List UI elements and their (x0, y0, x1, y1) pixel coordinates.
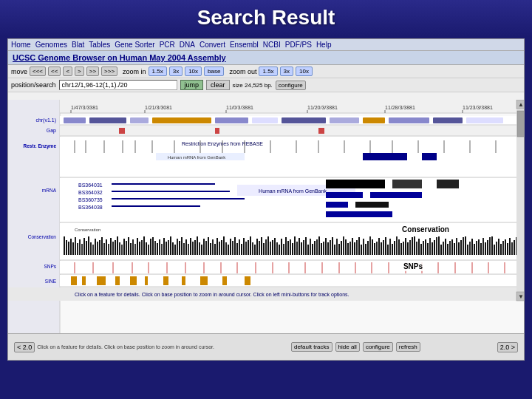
svg-rect-79 (326, 180, 385, 188)
position-search-label: position/search (11, 81, 56, 89)
svg-text:BS364031: BS364031 (78, 183, 103, 188)
configure-bottom-button[interactable]: configure (363, 342, 393, 352)
svg-rect-226 (363, 239, 364, 255)
move-right1[interactable]: > (75, 66, 84, 76)
move-right2[interactable]: >> (86, 66, 99, 76)
svg-rect-241 (396, 236, 398, 255)
position-input[interactable] (59, 80, 177, 90)
svg-text:Gap: Gap (47, 128, 56, 134)
nav-pdfps[interactable]: PDF/PS (285, 41, 312, 49)
svg-rect-292 (509, 238, 511, 255)
svg-rect-193 (290, 239, 291, 255)
configure-button[interactable]: configure (276, 81, 306, 90)
nav-help[interactable]: Help (316, 41, 332, 49)
svg-rect-139 (170, 236, 171, 255)
svg-rect-116 (119, 242, 120, 255)
svg-rect-136 (163, 238, 165, 255)
svg-rect-290 (505, 239, 506, 255)
svg-rect-339 (182, 276, 185, 285)
svg-rect-132 (154, 241, 156, 255)
svg-rect-333 (82, 276, 86, 285)
nav-dna[interactable]: DNA (180, 41, 195, 49)
svg-rect-143 (179, 241, 180, 255)
browser-bottom-bar: < 2.0 Click on a feature for details. Cl… (8, 333, 524, 360)
move-start-button[interactable]: < 2.0 (14, 342, 35, 352)
svg-rect-172 (243, 238, 245, 255)
hide-all-button[interactable]: hide all (335, 342, 360, 352)
svg-rect-263 (445, 239, 446, 255)
svg-text:▲: ▲ (518, 101, 524, 108)
bottom-right-controls: 2.0 > (497, 342, 518, 352)
svg-rect-192 (287, 241, 289, 255)
svg-text:Conservation: Conservation (28, 234, 57, 239)
nav-ncbi[interactable]: NCBI (263, 41, 281, 49)
svg-rect-202 (310, 239, 311, 255)
zoom-out-3x[interactable]: 3x (280, 66, 293, 76)
page-title: Search Result (197, 6, 335, 29)
svg-rect-217 (343, 236, 344, 255)
svg-rect-162 (221, 240, 222, 255)
svg-rect-251 (418, 239, 420, 255)
svg-rect-274 (469, 242, 471, 255)
move-far-right[interactable]: >>> (101, 66, 117, 76)
svg-rect-22 (130, 117, 149, 123)
refresh-button[interactable]: refresh (396, 342, 420, 352)
default-tracks-button[interactable]: default tracks (291, 342, 332, 352)
svg-rect-256 (429, 238, 431, 255)
nav-tables[interactable]: Tables (89, 41, 110, 49)
zoom-out-10x[interactable]: 10x (296, 66, 313, 76)
svg-rect-277 (476, 241, 477, 255)
zoom-out-1-5x[interactable]: 1.5x (259, 66, 277, 76)
svg-rect-20 (64, 117, 86, 123)
move-end-button[interactable]: 2.0 > (497, 342, 518, 352)
svg-rect-281 (485, 242, 486, 255)
nav-home[interactable]: Home (11, 41, 31, 49)
svg-rect-184 (270, 242, 271, 255)
svg-rect-278 (478, 239, 480, 255)
svg-rect-35 (119, 128, 125, 134)
svg-rect-186 (274, 238, 276, 255)
svg-rect-110 (106, 239, 107, 255)
nav-pcr[interactable]: PCR (160, 41, 175, 49)
zoom-10x[interactable]: 10x (185, 66, 202, 76)
position-bar: position/search jump clear size 24,525 b… (8, 78, 524, 92)
svg-rect-338 (163, 276, 168, 285)
svg-text:1/47/3/3381: 1/47/3/3381 (71, 105, 98, 110)
svg-rect-63 (422, 153, 437, 160)
nav-genomes[interactable]: Genomes (35, 41, 67, 49)
genome-svg: 1/47/3/3381 1/21/3/3081 11/0/3/3881 11/2… (8, 100, 524, 333)
svg-rect-29 (389, 117, 429, 123)
svg-rect-244 (403, 242, 404, 255)
clear-button[interactable]: clear (206, 80, 230, 90)
nav-ensembl[interactable]: Ensembl (230, 41, 259, 49)
svg-rect-267 (454, 243, 455, 255)
svg-rect-269 (458, 242, 460, 255)
svg-rect-161 (219, 242, 220, 255)
move-left1[interactable]: < (63, 66, 72, 76)
svg-rect-154 (203, 239, 205, 255)
svg-rect-149 (192, 242, 194, 255)
svg-rect-164 (225, 242, 227, 255)
svg-text:SINE: SINE (45, 279, 57, 284)
zoom-1-5x[interactable]: 1.5x (149, 66, 167, 76)
zoom-3x[interactable]: 3x (169, 66, 183, 76)
jump-button[interactable]: jump (180, 80, 204, 90)
svg-rect-145 (183, 243, 185, 255)
svg-rect-203 (312, 244, 313, 255)
nav-convert[interactable]: Convert (200, 41, 225, 49)
nav-genesorter[interactable]: Gene Sorter (115, 41, 154, 49)
svg-rect-150 (194, 240, 196, 255)
svg-rect-39 (60, 137, 518, 177)
nav-blat[interactable]: Blat (72, 41, 84, 49)
svg-rect-225 (361, 245, 362, 255)
move-far-left[interactable]: <<< (30, 66, 46, 76)
zoom-base[interactable]: base (204, 66, 224, 76)
svg-rect-179 (259, 241, 260, 255)
svg-rect-266 (451, 239, 453, 255)
svg-rect-158 (212, 239, 214, 255)
svg-text:11/20/3/3881: 11/20/3/3881 (307, 105, 338, 110)
svg-rect-294 (514, 240, 515, 255)
svg-rect-194 (292, 243, 293, 255)
move-left2[interactable]: << (48, 66, 61, 76)
svg-rect-272 (465, 236, 466, 255)
